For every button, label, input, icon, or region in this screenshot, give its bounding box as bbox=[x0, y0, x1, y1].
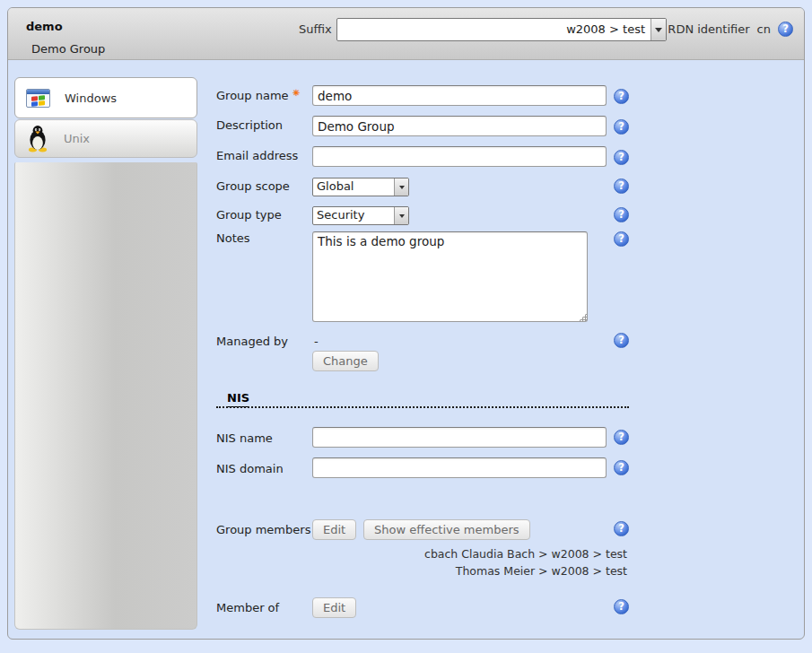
group-name-label: Group name ✳ bbox=[216, 88, 300, 102]
group-scope-select[interactable]: Global bbox=[312, 178, 409, 196]
help-icon-group-scope[interactable]: ? bbox=[614, 178, 629, 194]
change-button[interactable]: Change bbox=[312, 351, 379, 371]
help-icon-nis-name[interactable]: ? bbox=[614, 430, 629, 445]
help-icon-notes[interactable]: ? bbox=[614, 231, 629, 247]
group-type-value: Security bbox=[313, 207, 394, 224]
member-of-edit-button[interactable]: Edit bbox=[312, 597, 356, 618]
member-of-label: Member of bbox=[216, 601, 279, 614]
group-members-label: Group members bbox=[216, 523, 310, 536]
show-effective-members-button[interactable]: Show effective members bbox=[363, 519, 530, 540]
help-icon-member-of[interactable]: ? bbox=[614, 599, 629, 614]
sidebar-panel bbox=[14, 162, 197, 630]
chevron-down-icon[interactable] bbox=[394, 207, 408, 224]
suffix-select[interactable]: w2008 > test bbox=[336, 18, 667, 41]
help-icon-nis-domain[interactable]: ? bbox=[614, 460, 629, 475]
nis-domain-label: NIS domain bbox=[216, 462, 284, 475]
nis-section-divider bbox=[216, 406, 629, 408]
chevron-down-icon[interactable] bbox=[394, 178, 408, 196]
help-icon-email[interactable]: ? bbox=[614, 150, 629, 165]
group-members-edit-button[interactable]: Edit bbox=[312, 519, 356, 540]
member-entry: cbach Claudia Bach > w2008 > test bbox=[424, 547, 627, 561]
tab-windows[interactable]: Windows bbox=[14, 77, 197, 118]
group-name-input[interactable] bbox=[312, 85, 607, 106]
help-icon-managed-by[interactable]: ? bbox=[614, 333, 629, 348]
member-entry: Thomas Meier > w2008 > test bbox=[456, 564, 627, 578]
notes-textarea[interactable]: This is a demo group bbox=[312, 231, 588, 322]
group-scope-label: Group scope bbox=[216, 179, 290, 193]
managed-by-value: - bbox=[314, 335, 319, 348]
notes-label: Notes bbox=[216, 231, 250, 245]
description-input[interactable] bbox=[312, 116, 607, 136]
tab-unix-label: Unix bbox=[64, 132, 90, 145]
tux-penguin-icon bbox=[26, 125, 49, 152]
email-input[interactable] bbox=[312, 146, 607, 167]
suffix-selected-value: w2008 > test bbox=[337, 19, 650, 40]
help-icon-rdn[interactable]: ? bbox=[778, 22, 793, 37]
windows-logo-icon bbox=[26, 89, 50, 108]
rdn-value: cn bbox=[757, 22, 771, 36]
page-title: demo bbox=[26, 20, 63, 33]
email-label: Email address bbox=[216, 149, 298, 162]
group-edit-page: demo Demo Group Suffix w2008 > test RDN … bbox=[7, 7, 805, 640]
required-marker-icon: ✳ bbox=[292, 88, 300, 98]
help-icon-group-members[interactable]: ? bbox=[614, 521, 629, 536]
rdn-identifier-group: RDN identifier cn ? bbox=[668, 22, 793, 37]
page-subtitle: Demo Group bbox=[31, 42, 105, 56]
group-type-label: Group type bbox=[216, 208, 282, 222]
help-icon-group-type[interactable]: ? bbox=[614, 207, 629, 222]
help-icon-group-name[interactable]: ? bbox=[614, 89, 629, 104]
description-label: Description bbox=[216, 118, 283, 132]
nis-name-input[interactable] bbox=[312, 427, 607, 448]
nis-domain-input[interactable] bbox=[312, 457, 607, 478]
title-bar: demo Demo Group Suffix w2008 > test RDN … bbox=[8, 8, 804, 60]
nis-name-label: NIS name bbox=[216, 431, 273, 445]
chevron-down-icon[interactable] bbox=[650, 19, 666, 40]
group-scope-value: Global bbox=[313, 178, 394, 196]
managed-by-label: Managed by bbox=[216, 335, 288, 348]
help-icon-description[interactable]: ? bbox=[614, 119, 629, 135]
suffix-label: Suffix bbox=[299, 22, 332, 36]
group-type-select[interactable]: Security bbox=[312, 206, 409, 225]
tab-unix[interactable]: Unix bbox=[14, 119, 197, 158]
tab-windows-label: Windows bbox=[65, 91, 117, 105]
nis-section-title: NIS bbox=[227, 391, 249, 407]
rdn-label: RDN identifier bbox=[668, 22, 749, 36]
